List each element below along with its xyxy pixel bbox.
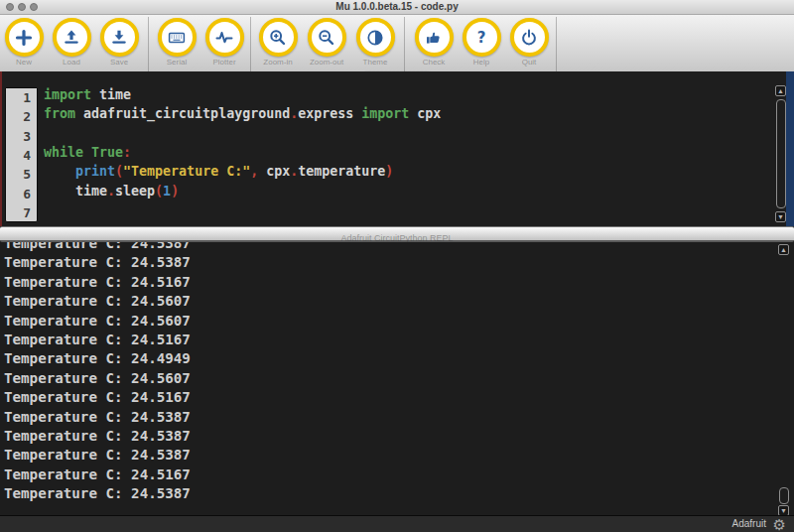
- check-button-label: Check: [412, 58, 456, 66]
- console-line: Temperature C: 24.5607: [4, 312, 774, 331]
- zoom-in-button[interactable]: Zoom-in: [256, 18, 300, 71]
- code-text[interactable]: import timefrom adafruit_circuitplaygrou…: [44, 85, 774, 219]
- console-line: Temperature C: 24.5607: [4, 369, 774, 388]
- console-scroll-down-icon[interactable]: ▼: [778, 505, 789, 515]
- zoom-in-icon: [269, 29, 287, 47]
- console-line: Temperature C: 24.5607: [4, 292, 774, 311]
- zoom-out-icon: [318, 29, 335, 47]
- editor-scroll-up-icon[interactable]: ▲: [775, 85, 786, 96]
- mode-label: Adafruit: [732, 518, 766, 529]
- zoom-out-button[interactable]: Zoom-out: [305, 18, 348, 71]
- console-line: Temperature C: 24.5167: [4, 273, 774, 292]
- pane-splitter[interactable]: Adafruit CircuitPython REPL: [0, 226, 794, 242]
- code-line: [44, 124, 774, 143]
- console-scrollbar-thumb[interactable]: [779, 487, 789, 504]
- line-number: 6: [6, 185, 37, 203]
- line-number: 5: [6, 165, 37, 184]
- line-number: 7: [6, 203, 37, 222]
- new-button[interactable]: New: [2, 18, 46, 71]
- console-line: Temperature C: 24.5387: [4, 484, 774, 503]
- toolbar-separator: [404, 17, 405, 71]
- editor-right-edge: [786, 71, 794, 226]
- contrast-icon: [366, 29, 384, 47]
- titlebar: Mu 1.0.0.beta.15 - code.py: [0, 0, 794, 15]
- toolbar-separator: [250, 17, 251, 71]
- console-line: Temperature C: 24.5167: [4, 466, 774, 484]
- console-line: Temperature C: 24.5167: [4, 388, 774, 407]
- plotter-button-label: Plotter: [202, 58, 246, 66]
- power-icon: [520, 29, 538, 47]
- plotter-button[interactable]: Plotter: [202, 18, 246, 71]
- toolbar-separator: [148, 17, 149, 71]
- help-button[interactable]: ?Help: [460, 18, 503, 71]
- code-line: [44, 200, 774, 219]
- thumbs-up-icon: [425, 29, 443, 47]
- zoom-in-button-label: Zoom-in: [256, 58, 300, 66]
- mu-editor-window: Mu 1.0.0.beta.15 - code.py NewLoadSaveSe…: [0, 0, 794, 532]
- toolbar-separator: [556, 17, 557, 71]
- code-line: while True:: [44, 143, 774, 162]
- console-line: Temperature C: 24.5387: [4, 427, 774, 446]
- code-line: time.sleep(1): [44, 182, 774, 200]
- line-number: 4: [6, 146, 37, 165]
- editor-left-edge: [0, 71, 2, 226]
- console-scroll-up-icon[interactable]: ▲: [778, 244, 789, 255]
- gear-icon[interactable]: ⚙: [773, 516, 786, 532]
- line-number: 2: [6, 107, 37, 126]
- check-button[interactable]: Check: [412, 18, 456, 71]
- theme-button-label: Theme: [353, 58, 397, 66]
- serial-button[interactable]: Serial: [155, 18, 198, 71]
- quit-button-label: Quit: [507, 58, 551, 66]
- console-line: Temperature C: 24.5167: [4, 331, 774, 349]
- console-line: Temperature C: 24.5387: [4, 446, 774, 465]
- load-button-label: Load: [50, 58, 93, 66]
- code-editor[interactable]: 1234567 import timefrom adafruit_circuit…: [0, 71, 794, 226]
- line-number: 1: [6, 88, 37, 107]
- new-button-label: New: [2, 58, 46, 66]
- keyboard-icon: [168, 29, 186, 47]
- pulse-icon: [215, 29, 233, 47]
- console-line: Temperature C: 24.4949: [4, 349, 774, 368]
- zoom-out-button-label: Zoom-out: [305, 58, 348, 66]
- statusbar: Adafruit ⚙: [0, 515, 794, 532]
- quit-button[interactable]: Quit: [507, 18, 551, 71]
- console-output: Temperature C: 24.5387Temperature C: 24.…: [4, 242, 774, 503]
- serial-button-label: Serial: [155, 58, 198, 66]
- line-number-gutter: 1234567: [5, 87, 38, 222]
- theme-button[interactable]: Theme: [353, 18, 397, 71]
- load-button[interactable]: Load: [50, 18, 93, 71]
- editor-scrollbar-thumb[interactable]: [776, 99, 786, 208]
- plus-icon: [15, 29, 33, 47]
- console-line: Temperature C: 24.5387: [4, 408, 774, 427]
- upload-icon: [63, 29, 80, 47]
- help-button-label: Help: [460, 58, 503, 66]
- question-icon: ?: [477, 29, 486, 47]
- toolbar: NewLoadSaveSerialPlotterZoom-inZoom-outT…: [0, 15, 794, 72]
- serial-console[interactable]: Temperature C: 24.5387Temperature C: 24.…: [0, 242, 794, 515]
- console-line: Temperature C: 24.5387: [4, 242, 774, 253]
- code-line: import time: [44, 85, 774, 104]
- code-line: print("Temperature C:", cpx.temperature): [44, 162, 774, 181]
- download-icon: [110, 29, 128, 47]
- save-button-label: Save: [97, 58, 141, 66]
- save-button[interactable]: Save: [97, 18, 141, 71]
- code-line: from adafruit_circuitplayground.express …: [44, 104, 774, 123]
- editor-scroll-down-icon[interactable]: ▼: [775, 211, 786, 222]
- line-number: 3: [6, 127, 37, 146]
- console-line: Temperature C: 24.5387: [4, 253, 774, 272]
- window-title: Mu 1.0.0.beta.15 - code.py: [0, 1, 794, 12]
